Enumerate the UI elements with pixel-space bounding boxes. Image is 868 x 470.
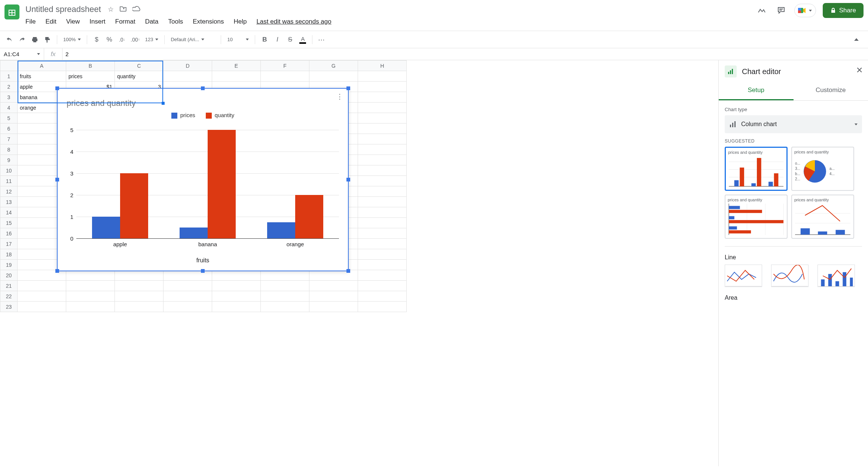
spreadsheet-grid[interactable]: ABCDEFGH1fruitspricesquantity2apple$133b…: [0, 60, 718, 466]
zoom-select[interactable]: 100%: [61, 37, 83, 42]
cell[interactable]: [115, 291, 163, 302]
col-header[interactable]: B: [66, 61, 115, 71]
row-header[interactable]: 16: [0, 228, 18, 239]
row-header[interactable]: 19: [0, 260, 18, 270]
cell[interactable]: [212, 281, 261, 291]
cell[interactable]: [358, 71, 407, 82]
text-color-button[interactable]: A: [297, 34, 308, 45]
col-header[interactable]: C: [115, 61, 163, 71]
menu-file[interactable]: File: [23, 16, 38, 27]
chart-option-combo[interactable]: [817, 265, 855, 287]
cell[interactable]: [358, 165, 407, 176]
cell[interactable]: [261, 281, 309, 291]
decrease-decimal-button[interactable]: .0↓: [116, 34, 128, 45]
resize-handle[interactable]: [201, 269, 205, 273]
cell[interactable]: [358, 270, 407, 281]
row-header[interactable]: 4: [0, 103, 18, 113]
cell[interactable]: [66, 302, 115, 312]
menu-edit[interactable]: Edit: [43, 16, 58, 27]
row-header[interactable]: 9: [0, 155, 18, 165]
cell[interactable]: [18, 281, 66, 291]
menu-extensions[interactable]: Extensions: [190, 16, 226, 27]
cell[interactable]: [358, 155, 407, 165]
name-box[interactable]: A1:C4: [0, 48, 44, 60]
cell[interactable]: [309, 71, 358, 82]
col-header[interactable]: H: [358, 61, 407, 71]
row-header[interactable]: 20: [0, 270, 18, 281]
suggested-chart-column[interactable]: prices and quantity: [725, 147, 788, 191]
cell[interactable]: quantity: [115, 71, 163, 82]
row-header[interactable]: 2: [0, 82, 18, 92]
paint-format-button[interactable]: [42, 34, 53, 45]
strike-button[interactable]: S: [284, 34, 296, 45]
cell[interactable]: [115, 270, 163, 281]
chart-bar[interactable]: [92, 217, 120, 238]
cloud-status-icon[interactable]: [131, 4, 142, 15]
cell[interactable]: [358, 176, 407, 186]
chart-title[interactable]: prices and quantity: [58, 89, 348, 108]
cell[interactable]: [358, 197, 407, 207]
cell[interactable]: [358, 123, 407, 134]
selection-handle[interactable]: [162, 102, 165, 105]
formula-input[interactable]: [62, 48, 868, 60]
resize-handle[interactable]: [55, 178, 59, 181]
italic-button[interactable]: I: [272, 34, 283, 45]
more-toolbar-button[interactable]: ⋯: [316, 34, 327, 45]
last-edit-link[interactable]: Last edit was seconds ago: [254, 16, 333, 27]
row-header[interactable]: 10: [0, 165, 18, 176]
currency-button[interactable]: $: [91, 34, 102, 45]
undo-button[interactable]: [4, 34, 15, 45]
cell[interactable]: [358, 134, 407, 144]
tab-customize[interactable]: Customize: [794, 81, 868, 100]
menu-help[interactable]: Help: [231, 16, 249, 27]
row-header[interactable]: 23: [0, 302, 18, 312]
collapse-toolbar-button[interactable]: [851, 34, 862, 45]
row-header[interactable]: 7: [0, 134, 18, 144]
row-header[interactable]: 6: [0, 123, 18, 134]
row-header[interactable]: 18: [0, 249, 18, 260]
percent-button[interactable]: %: [104, 34, 115, 45]
row-header[interactable]: 1: [0, 71, 18, 82]
cell[interactable]: [358, 260, 407, 270]
move-icon[interactable]: [118, 4, 128, 15]
resize-handle[interactable]: [55, 86, 59, 90]
chart-bar[interactable]: [120, 173, 148, 238]
font-size-select[interactable]: 10: [225, 37, 251, 42]
resize-handle[interactable]: [346, 269, 350, 273]
activity-icon[interactable]: [755, 4, 768, 17]
cell[interactable]: [261, 302, 309, 312]
tab-setup[interactable]: Setup: [719, 81, 794, 100]
cell[interactable]: [212, 270, 261, 281]
cell[interactable]: [212, 71, 261, 82]
cell[interactable]: [358, 92, 407, 103]
cell[interactable]: [66, 270, 115, 281]
cell[interactable]: [261, 270, 309, 281]
resize-handle[interactable]: [201, 86, 205, 90]
chart-menu-button[interactable]: ⋮: [336, 92, 343, 101]
meet-button[interactable]: [794, 4, 816, 17]
embedded-chart[interactable]: ⋮ prices and quantity prices quantity 01…: [57, 88, 349, 271]
cell[interactable]: [163, 281, 212, 291]
menu-data[interactable]: Data: [143, 16, 161, 27]
cell[interactable]: [358, 82, 407, 92]
share-button[interactable]: Share: [823, 3, 864, 18]
cell[interactable]: [212, 291, 261, 302]
cell[interactable]: [358, 291, 407, 302]
menu-insert[interactable]: Insert: [87, 16, 108, 27]
cell[interactable]: [309, 291, 358, 302]
cell[interactable]: [358, 239, 407, 249]
row-header[interactable]: 5: [0, 113, 18, 123]
legend-item[interactable]: prices: [171, 112, 195, 119]
comments-icon[interactable]: [775, 4, 788, 17]
cell[interactable]: [358, 103, 407, 113]
cell[interactable]: [18, 302, 66, 312]
close-sidebar-button[interactable]: ✕: [856, 65, 863, 75]
cell[interactable]: [358, 249, 407, 260]
cell[interactable]: [309, 270, 358, 281]
redo-button[interactable]: [16, 34, 28, 45]
chart-bar[interactable]: [180, 228, 208, 238]
cell[interactable]: [66, 281, 115, 291]
row-header[interactable]: 3: [0, 92, 18, 103]
cell[interactable]: [115, 302, 163, 312]
star-icon[interactable]: ☆: [106, 4, 115, 15]
